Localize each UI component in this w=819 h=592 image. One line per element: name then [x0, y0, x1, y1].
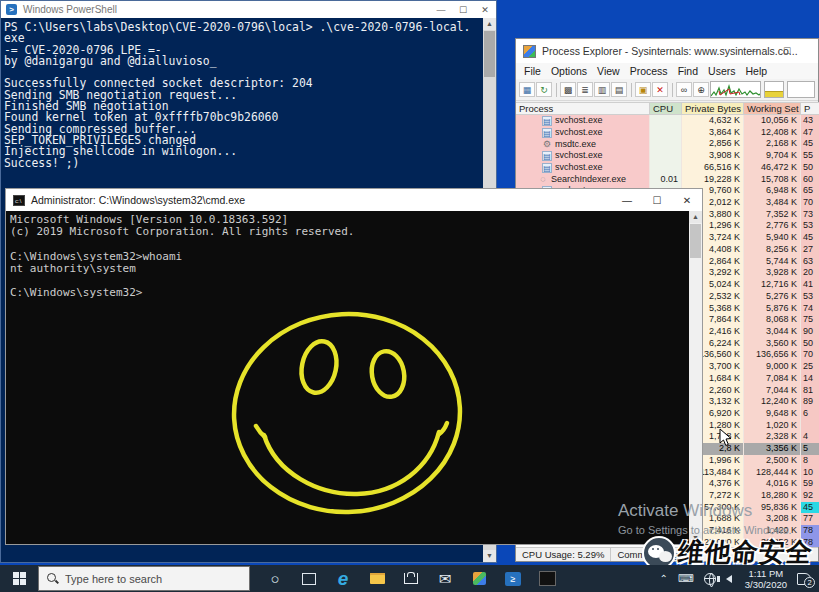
column-working-set[interactable]: Working Set — [744, 102, 801, 115]
working-set-value: 8,068 K — [744, 314, 801, 326]
maximize-button[interactable]: ☐ — [770, 39, 804, 63]
powershell-icon[interactable] — [496, 565, 530, 592]
minimize-button[interactable]: — — [612, 189, 642, 211]
console-line: Success! ;) — [4, 158, 481, 169]
process-explorer-icon[interactable] — [462, 565, 496, 592]
powershell-title: Windows PowerShell — [23, 4, 117, 15]
menu-help[interactable]: Help — [740, 65, 772, 77]
cpu-value — [650, 162, 682, 174]
process-explorer-titlebar[interactable]: Process Explorer - Sysinternals: www.sys… — [516, 39, 818, 63]
volume-icon[interactable] — [726, 575, 734, 583]
working-set-value: 12,408 K — [744, 127, 801, 139]
working-set-value: 12,716 K — [744, 279, 801, 291]
file-explorer-icon[interactable] — [360, 565, 394, 592]
pid-value: 47 — [801, 127, 819, 139]
working-set-value: 136,656 K — [744, 349, 801, 361]
cpu-history-graph[interactable] — [710, 81, 761, 98]
action-center-icon[interactable]: 2 — [797, 573, 811, 585]
process-row[interactable]: ▤svchost.exe3,864 K12,408 K47 — [516, 127, 819, 139]
menu-find[interactable]: Find — [673, 65, 703, 77]
cmd-icon: c:\ — [13, 195, 25, 206]
process-row[interactable]: ⚙msdtc.exe2,856 K2,168 K45 — [516, 138, 819, 150]
minimize-button[interactable]: — — [736, 39, 770, 63]
minimize-button[interactable]: — — [430, 1, 452, 18]
cmd-titlebar[interactable]: c:\ Administrator: C:\Windows\system32\c… — [6, 189, 702, 211]
working-set-value: 3,928 K — [744, 267, 801, 279]
commit-graph[interactable] — [764, 81, 784, 98]
scrollbar-thumb[interactable] — [484, 31, 495, 77]
scroll-up-icon[interactable]: ▲ — [689, 211, 702, 223]
clock-time: 1:11 PM — [745, 568, 787, 579]
network-icon[interactable] — [704, 573, 716, 585]
maximize-button[interactable]: ☐ — [452, 1, 474, 18]
pid-value: 45 — [801, 502, 819, 514]
process-row[interactable]: ▤svchost.exe4,632 K10,056 K43 — [516, 115, 819, 127]
menu-file[interactable]: File — [519, 65, 546, 77]
menu-users[interactable]: Users — [703, 65, 740, 77]
find-handle-icon[interactable]: ∞ — [676, 82, 692, 97]
start-button[interactable] — [0, 565, 38, 592]
system-tray: ⌃ ⌨ 1:11 PM 3/30/2020 2 — [654, 565, 819, 592]
process-name: svchost.exe — [555, 115, 603, 127]
close-button[interactable]: ✕ — [672, 189, 702, 211]
save-icon[interactable]: ▦ — [519, 82, 535, 97]
working-set-value: 5,876 K — [744, 303, 801, 315]
process-row[interactable]: ◌SearchIndexer.exe0.0119,228 K15,708 K60 — [516, 174, 819, 186]
scroll-down-icon[interactable]: ▼ — [483, 550, 496, 562]
store-icon[interactable] — [394, 565, 428, 592]
working-set-value: 6,948 K — [744, 185, 801, 197]
working-set-value: 46,472 K — [744, 162, 801, 174]
gear-icon: ⚙ — [542, 139, 552, 149]
taskbar-search[interactable] — [38, 566, 250, 591]
working-set-value: 7,352 K — [744, 209, 801, 221]
task-view-icon[interactable] — [292, 565, 326, 592]
working-set-value: 7,084 K — [744, 373, 801, 385]
cortana-icon[interactable]: ○ — [258, 565, 292, 592]
scroll-up-icon[interactable]: ▲ — [483, 18, 496, 30]
search-input[interactable] — [65, 573, 225, 585]
working-set-value: 12,240 K — [744, 396, 801, 408]
scrollbar-thumb[interactable] — [690, 224, 701, 258]
dll-view-icon[interactable]: ▤ — [611, 82, 627, 97]
svchost-icon: ▤ — [542, 128, 552, 138]
find-window-icon[interactable]: ⊕ — [693, 82, 709, 97]
close-button[interactable]: ✕ — [474, 1, 496, 18]
process-row[interactable]: ▤svchost.exe66,516 K46,472 K50 — [516, 162, 819, 174]
properties-icon[interactable]: ▣ — [635, 82, 651, 97]
mail-icon[interactable]: ✉ — [428, 565, 462, 592]
menu-view[interactable]: View — [592, 65, 625, 77]
private-bytes-value: 3,864 K — [682, 127, 744, 139]
system-info-icon[interactable]: ▩ — [560, 82, 576, 97]
working-set-value: 3,484 K — [744, 197, 801, 209]
io-graph[interactable] — [787, 81, 815, 98]
refresh-icon[interactable]: ↻ — [536, 82, 552, 97]
columns-icon[interactable]: ▥ — [594, 82, 610, 97]
pid-value — [801, 420, 819, 432]
desktop: > Windows PowerShell — ☐ ✕ PS C:\Users\l… — [0, 0, 819, 592]
touch-keyboard-icon[interactable]: ⌨ — [678, 572, 694, 585]
column-cpu[interactable]: CPU — [650, 102, 682, 115]
cmd-icon[interactable] — [530, 565, 564, 592]
tray-chevron-icon[interactable]: ⌃ — [659, 573, 667, 584]
working-set-value: 9,704 K — [744, 150, 801, 162]
column-private-bytes[interactable]: Private Bytes — [682, 102, 744, 115]
pid-value: 92 — [801, 490, 819, 502]
menu-process[interactable]: Process — [625, 65, 673, 77]
cmd-window[interactable]: c:\ Administrator: C:\Windows\system32\c… — [5, 188, 703, 545]
pid-value: 45 — [801, 138, 819, 150]
process-tree-icon[interactable]: ≣ — [577, 82, 593, 97]
edge-icon[interactable]: e — [326, 565, 360, 592]
console-line: PS C:\Users\labs\Desktop\CVE-2020-0796\l… — [4, 22, 481, 33]
maximize-button[interactable]: ☐ — [642, 189, 672, 211]
taskbar-clock[interactable]: 1:11 PM 3/30/2020 — [745, 568, 787, 590]
column-process[interactable]: Process — [516, 102, 650, 115]
svchost-icon: ▤ — [542, 151, 552, 161]
process-row[interactable]: ▤svchost.exe3,908 K9,704 K55 — [516, 150, 819, 162]
powershell-titlebar[interactable]: > Windows PowerShell — ☐ ✕ — [1, 1, 496, 18]
private-bytes-value: 4,632 K — [682, 115, 744, 127]
cmd-scrollbar[interactable]: ▲ ▼ — [689, 211, 702, 544]
column-pid[interactable]: P — [801, 102, 819, 115]
pid-value: 74 — [801, 303, 819, 315]
menu-options[interactable]: Options — [546, 65, 592, 77]
kill-process-icon[interactable]: ✕ — [652, 82, 668, 97]
